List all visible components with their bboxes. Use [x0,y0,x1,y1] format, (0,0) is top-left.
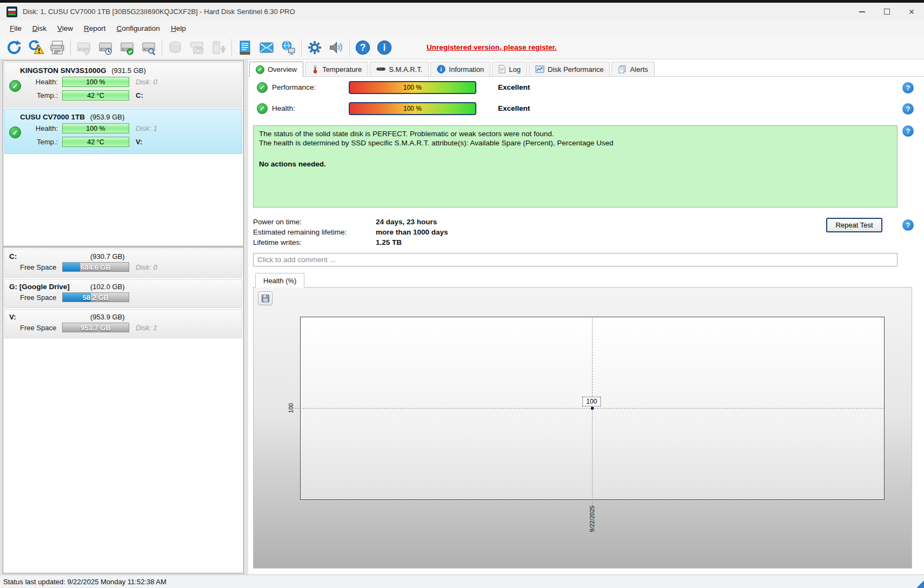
performance-gauge: 100 % [349,81,476,94]
remaining-lifetime-value: more than 1000 days [376,228,448,236]
disk-entry-kingston[interactable]: KINGSTON SNV3S1000G (931.5 GB) Health: 1… [4,62,242,108]
disk-list: KINGSTON SNV3S1000G (931.5 GB) Health: 1… [3,61,244,246]
body: KINGSTON SNV3S1000G (931.5 GB) Health: 1… [0,59,924,574]
minimize-button[interactable] [849,3,874,21]
health-help-icon[interactable] [902,103,914,115]
repeat-test-button[interactable]: Repeat Test [826,218,882,232]
notes-icon [237,39,253,56]
partition-entry-c[interactable]: C: (930.7 GB) Free Space 684.6 GB Disk: … [4,249,242,278]
disk-connect-icon [76,39,92,56]
status-text-box: The status of the solid state disk is PE… [253,125,898,208]
free-space-value: 58.2 GB [63,293,129,302]
tab-disk-performance[interactable]: Disk Performance [529,62,610,76]
status-help-icon[interactable] [902,125,914,137]
lifetime-writes-value: 1.25 TB [376,238,402,246]
tab-smart[interactable]: S.M.A.R.T. [370,62,429,76]
title-bar: Disk: 1, CUSU CV7000 1TB [30B5G23II690KQ… [0,3,924,21]
free-space-label: Free Space [20,293,58,302]
tab-log[interactable]: Log [492,62,527,76]
disk-size: (953.9 GB) [90,113,125,121]
health-rating: Excellent [498,104,530,112]
disk-name: CUSU CV7000 1TB [20,113,85,121]
performance-help-icon[interactable] [902,82,914,93]
disk-check-icon [119,39,135,56]
partition-name: G: [Google Drive] [9,283,70,291]
notes-button[interactable] [234,37,256,58]
disk-camera-icon [189,39,205,56]
disk-generic-button[interactable] [164,37,186,58]
network-icon [280,39,296,56]
main-panel: Overview Temperature S.M.A.R.T. [248,59,924,574]
svg-text:i: i [441,66,442,72]
disk-size: (931.5 GB) [111,66,146,75]
disk-clock-button[interactable] [95,37,116,58]
disk-number: Disk: 1 [136,124,157,132]
svg-text:?: ? [360,42,366,53]
performance-chart-icon [535,65,544,73]
partition-size: (102.0 GB) [90,283,125,291]
email-button[interactable] [256,37,277,58]
disk-search-button[interactable] [138,37,159,58]
window-title: Disk: 1, CUSU CV7000 1TB [30B5G23II690KQ… [23,8,295,16]
close-icon: × [909,7,915,17]
menu-file[interactable]: File [4,22,27,35]
report-button[interactable] [46,37,68,58]
settings-button[interactable] [304,37,325,58]
x-axis-tick: 9/22/2025 [589,506,595,532]
status-line-1: The status of the solid state disk is PE… [259,130,892,139]
remaining-lifetime-label: Estimated remaining lifetime: [253,228,376,236]
drive-letter: C: [136,91,143,99]
menu-help[interactable]: Help [165,22,191,35]
tab-alerts[interactable]: Alerts [611,62,654,76]
information-button[interactable]: i [374,37,395,58]
tab-label: Log [509,65,521,74]
health-point-label: 100 [582,397,601,406]
save-graph-button[interactable] [258,291,272,305]
disk-clock-icon [97,39,114,56]
window-controls: × [849,3,924,21]
tab-temperature[interactable]: Temperature [305,62,368,76]
temp-label: Temp.: [5,91,58,99]
lifetime-info: Power on time: 24 days, 23 hours Estimat… [253,217,448,248]
partition-entry-v[interactable]: V: (953.9 GB) Free Space 953.7 GB Disk: … [4,309,242,338]
status-bar: Status last updated: 9/22/2025 Monday 11… [0,574,924,588]
log-page-icon [498,65,506,74]
smart-disk-icon [376,65,385,73]
disk-ok-icon [9,126,21,138]
tab-label: Information [449,65,484,74]
tab-health-graph[interactable]: Health (%) [255,273,304,288]
disk-connect-button[interactable] [73,37,95,58]
tab-information[interactable]: i Information [430,62,490,76]
comment-input[interactable] [253,253,898,266]
network-button[interactable] [277,37,299,58]
menu-view[interactable]: View [52,22,78,35]
settings-gear-icon [307,39,323,56]
repeat-test-help-icon[interactable] [902,219,914,231]
disk-eject-button[interactable] [208,37,229,58]
status-line-2: The health is determined by SSD specific… [259,139,892,148]
tab-overview[interactable]: Overview [249,62,303,77]
menu-configuration[interactable]: Configuration [111,22,165,35]
partition-name: V: [9,313,16,321]
disk-entry-cusu[interactable]: CUSU CV7000 1TB (953.9 GB) Health: 100 %… [4,109,242,154]
menu-report[interactable]: Report [78,22,111,35]
refresh-warning-button[interactable] [25,37,46,58]
resize-grip[interactable] [916,580,924,588]
crosshair-vertical-line [592,317,593,509]
partition-entry-g[interactable]: G: [Google Drive] (102.0 GB) Free Space … [4,279,242,308]
maximize-button[interactable] [874,3,899,21]
help-button[interactable]: ? [352,37,374,58]
partition-size: (930.7 GB) [90,252,125,260]
disk-check-button[interactable] [116,37,138,58]
lifetime-writes-label: Lifetime writes: [253,238,376,246]
free-space-value: 953.7 GB [63,323,129,332]
close-button[interactable]: × [899,3,924,21]
refresh-button[interactable] [3,37,25,58]
disk-camera-button[interactable] [186,37,208,58]
disk-number: Disk: 1 [136,324,157,332]
unregistered-link[interactable]: Unregistered version, please register. [427,43,557,51]
health-row: Health: 100 % Excellent [248,102,924,116]
disk-ok-icon [9,80,21,92]
menu-disk[interactable]: Disk [27,22,52,35]
sounds-button[interactable] [325,37,347,58]
